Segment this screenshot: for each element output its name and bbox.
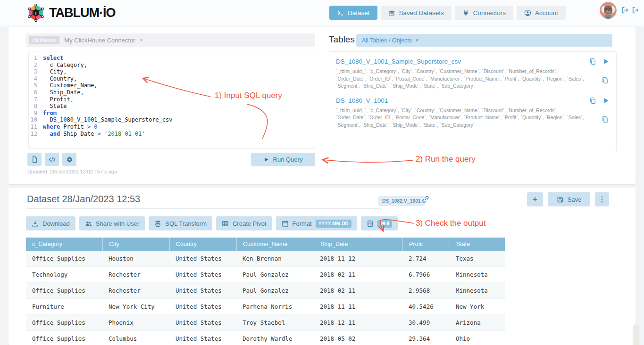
header-nav: DatasetSaved DatasetsConnectorsAccount xyxy=(329,6,566,20)
sql-line: 8 State xyxy=(29,103,315,110)
column-header-city[interactable]: City xyxy=(102,238,169,251)
download-icon xyxy=(32,220,39,227)
account-icon xyxy=(524,9,531,16)
table-cell: 30.499 xyxy=(402,315,450,330)
table-cell: United States xyxy=(169,331,236,345)
toolbar-button-label: Create Pivot xyxy=(233,220,267,227)
link-icon[interactable] xyxy=(421,195,430,204)
copy-columns-icon[interactable] xyxy=(602,116,609,123)
line-number: 3 xyxy=(29,68,43,75)
table-cell: Paul Gonzalez xyxy=(236,267,314,282)
toolbar-sql-transform[interactable]: SQL Transform xyxy=(149,216,212,230)
column-header-c-category[interactable]: c_Category xyxy=(26,238,102,251)
svg-text:T: T xyxy=(34,11,37,16)
logo[interactable]: T TABLUM·İO xyxy=(27,4,115,22)
terminal-icon xyxy=(337,9,344,16)
users-icon xyxy=(85,220,92,227)
run-table-icon[interactable] xyxy=(602,97,610,104)
gear-button[interactable] xyxy=(62,153,76,166)
line-number: 5 xyxy=(29,82,43,89)
table-cell: 40.5426 xyxy=(402,299,450,314)
gear-icon xyxy=(66,156,73,163)
code-icon xyxy=(49,156,56,163)
line-number: 2 xyxy=(29,62,43,69)
connector-select[interactable]: clickhouse My ClickHouse Connector ▾ xyxy=(26,33,315,47)
more-options-button[interactable]: ⋮ xyxy=(595,192,609,206)
toolbar-format[interactable]: FormatYYYY-MM-DD xyxy=(276,216,357,230)
toolbar-create-pivot[interactable]: Create Pivot xyxy=(216,216,272,230)
table-name-link[interactable]: DS_1080_V_1001_Sample_Superstore_csv xyxy=(336,58,461,65)
page-scrollbar[interactable] xyxy=(633,324,639,345)
copy-columns-icon[interactable] xyxy=(602,77,609,84)
table-cell: Rochester xyxy=(102,283,169,298)
copy-icon[interactable] xyxy=(589,58,596,65)
toolbar-button-label: Format xyxy=(293,220,312,227)
dataset-id-badge: DS_1082.V_1001 xyxy=(378,196,425,206)
table-cell: New York City xyxy=(102,299,169,314)
tablum-logo-icon: T xyxy=(27,4,45,22)
table-entry: DS_1080_V_1001_Sample_Superstore_csv`_tb… xyxy=(336,58,610,90)
nav-saved-datasets[interactable]: Saved Datasets xyxy=(381,6,452,20)
table-cell: Minnesota xyxy=(450,283,505,298)
table-cell: Office Supplies xyxy=(26,315,102,330)
table-cell: Paul Gonzalez xyxy=(236,283,314,298)
column-header-profit[interactable]: Profit xyxy=(402,238,450,251)
table-cell: United States xyxy=(169,315,236,330)
table-cell: Phoenix xyxy=(102,315,169,330)
column-header-customer-name[interactable]: Customer_Name xyxy=(236,238,314,251)
toolbar-button-badge: YYYY-MM-DD xyxy=(316,220,351,228)
nav-connectors[interactable]: Connectors xyxy=(455,6,513,20)
tables-filter-select[interactable]: All Tables / Objects ▾ xyxy=(356,34,612,47)
play-icon xyxy=(264,157,269,162)
sql-line: 2 c_Category, xyxy=(29,62,315,69)
toolbar-button-label: Share with User xyxy=(96,220,139,227)
toolbar-share-with-user[interactable]: Share with User xyxy=(79,216,145,230)
chevron-down-icon: ▾ xyxy=(416,37,418,43)
table-name-link[interactable]: DS_1080_V_1001 xyxy=(336,97,388,104)
table-row: Office SuppliesRochesterUnited StatesPau… xyxy=(26,283,505,299)
table-cell: Houston xyxy=(102,251,169,266)
table-cell: Parhena Norris xyxy=(236,299,314,314)
table-cell: 2018-05-02 xyxy=(314,331,402,345)
line-number: 8 xyxy=(29,103,43,110)
nav-dataset[interactable]: Dataset xyxy=(329,6,377,20)
exit-icon[interactable] xyxy=(631,6,639,14)
code-button[interactable] xyxy=(45,153,59,166)
save-button[interactable]: Save xyxy=(548,192,590,206)
table-cell: Arizona xyxy=(450,315,505,330)
add-button[interactable]: + xyxy=(527,192,543,206)
result-grid: c_CategoryCityCountryCustomer_NameShip_D… xyxy=(26,238,505,345)
column-header-state[interactable]: State xyxy=(450,238,505,251)
run-table-icon[interactable] xyxy=(602,58,610,65)
table-cell: Office Supplies xyxy=(26,283,102,298)
toolbar-calculator[interactable]: 99.9 xyxy=(361,216,398,230)
table-entry: DS_1080_V_1001`_tblm_uuid_`, `c_Category… xyxy=(336,97,610,129)
copy-icon[interactable] xyxy=(589,97,596,104)
line-number: 9 xyxy=(29,110,43,117)
sql-line: 11where Profit > 0 xyxy=(29,123,315,131)
calendar-icon xyxy=(282,220,289,227)
avatar[interactable] xyxy=(600,2,617,19)
table-cell: Technology xyxy=(26,267,102,282)
signout-icon[interactable] xyxy=(621,6,629,14)
query-workspace-card: clickhouse My ClickHouse Connector ▾ 1se… xyxy=(8,27,636,184)
line-number: 6 xyxy=(29,89,43,96)
table-cell: United States xyxy=(169,283,236,298)
column-header-country[interactable]: Country xyxy=(169,238,236,251)
line-number: 11 xyxy=(29,123,43,131)
archive-icon xyxy=(388,9,395,16)
sql-line: 4 Country, xyxy=(29,75,315,82)
annotation-input-sql: 1) Input SQL query xyxy=(215,91,282,100)
chevron-down-icon: ▾ xyxy=(140,37,143,43)
nav-account[interactable]: Account xyxy=(517,6,566,20)
run-query-label: Run Query xyxy=(273,156,303,163)
sql-line: 10 DS_1080_V_1001_Sample_Superstore_csv xyxy=(29,116,315,123)
pivot-icon xyxy=(222,220,229,227)
annotation-check-output: 3) Check the output xyxy=(416,219,485,228)
column-header-ship-date[interactable]: Ship_Date xyxy=(314,238,402,251)
file-button[interactable] xyxy=(27,153,42,166)
toolbar-download[interactable]: Download xyxy=(26,216,75,230)
sql-line: 1select xyxy=(29,55,315,62)
run-query-button[interactable]: Run Query xyxy=(251,153,315,166)
connector-name: My ClickHouse Connector xyxy=(64,37,135,44)
